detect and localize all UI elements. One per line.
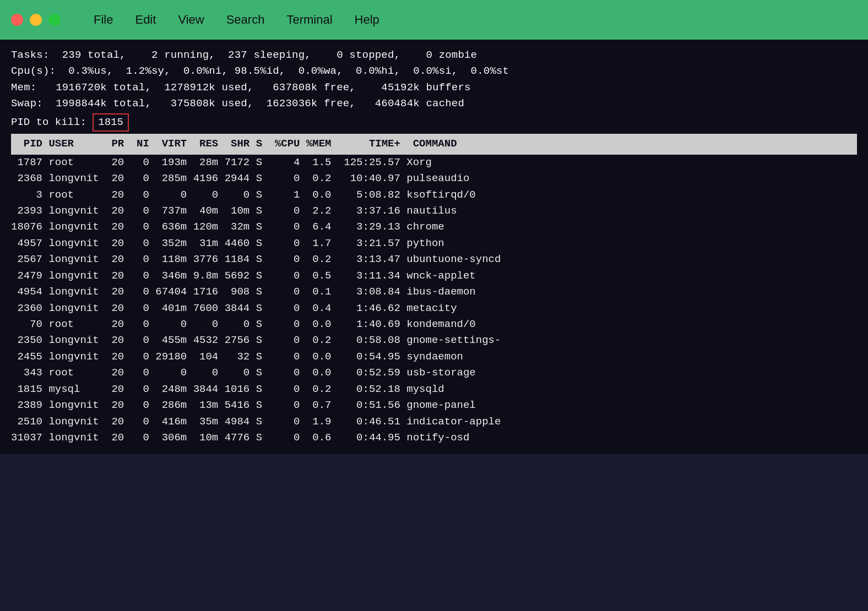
pid-kill-line: PID to kill: 1815 (11, 113, 857, 132)
table-row[interactable]: 2479 longvnit 20 0 346m 9.8m 5692 S 0 0.… (11, 268, 857, 284)
stats-section: Tasks: 239 total, 2 running, 237 sleepin… (11, 47, 857, 132)
menu-item-help[interactable]: Help (355, 13, 379, 27)
menu-item-search[interactable]: Search (226, 13, 265, 27)
minimize-button[interactable] (30, 14, 42, 26)
table-row[interactable]: 2455 longvnit 20 0 29180 104 32 S 0 0.0 … (11, 349, 857, 365)
menu-item-file[interactable]: File (94, 13, 113, 27)
table-row[interactable]: 2389 longvnit 20 0 286m 13m 5416 S 0 0.7… (11, 397, 857, 413)
table-row[interactable]: 1815 mysql 20 0 248m 3844 1016 S 0 0.2 0… (11, 381, 857, 397)
table-row[interactable]: 2393 longvnit 20 0 737m 40m 10m S 0 2.2 … (11, 203, 857, 219)
table-row[interactable]: 2360 longvnit 20 0 401m 7600 3844 S 0 0.… (11, 301, 857, 317)
titlebar: FileEditViewSearchTerminalHelp (0, 0, 868, 40)
tasks-line: Tasks: 239 total, 2 running, 237 sleepin… (11, 47, 857, 63)
close-button[interactable] (11, 14, 23, 26)
table-rows: 1787 root 20 0 193m 28m 7172 S 4 1.5 125… (11, 155, 857, 446)
terminal-body: Tasks: 239 total, 2 running, 237 sleepin… (0, 40, 868, 454)
menu-item-view[interactable]: View (178, 13, 204, 27)
menu-item-terminal[interactable]: Terminal (286, 13, 332, 27)
maximize-button[interactable] (48, 14, 61, 26)
table-row[interactable]: 4957 longvnit 20 0 352m 31m 4460 S 0 1.7… (11, 236, 857, 252)
table-row[interactable]: 2368 longvnit 20 0 285m 4196 2944 S 0 0.… (11, 171, 857, 187)
table-row[interactable]: 18076 longvnit 20 0 636m 120m 32m S 0 6.… (11, 219, 857, 235)
table-row[interactable]: 31037 longvnit 20 0 306m 10m 4776 S 0 0.… (11, 430, 857, 446)
cpu-line: Cpu(s): 0.3%us, 1.2%sy, 0.0%ni, 98.5%id,… (11, 63, 857, 79)
table-row[interactable]: 2567 longvnit 20 0 118m 3776 1184 S 0 0.… (11, 252, 857, 268)
table-row[interactable]: 2350 longvnit 20 0 455m 4532 2756 S 0 0.… (11, 332, 857, 348)
table-row[interactable]: 2510 longvnit 20 0 416m 35m 4984 S 0 1.9… (11, 414, 857, 430)
table-row[interactable]: 1787 root 20 0 193m 28m 7172 S 4 1.5 125… (11, 155, 857, 171)
menu-bar: FileEditViewSearchTerminalHelp (94, 13, 379, 27)
table-row[interactable]: 70 root 20 0 0 0 0 S 0 0.0 1:40.69 konde… (11, 317, 857, 332)
menu-item-edit[interactable]: Edit (135, 13, 156, 27)
pid-kill-label: PID to kill: (11, 114, 93, 130)
traffic-lights (11, 14, 61, 26)
table-row[interactable]: 4954 longvnit 20 0 67404 1716 908 S 0 0.… (11, 284, 857, 300)
mem-line: Mem: 1916720k total, 1278912k used, 6378… (11, 80, 857, 96)
pid-kill-value[interactable]: 1815 (93, 113, 129, 132)
table-row[interactable]: 3 root 20 0 0 0 0 S 1 0.0 5:08.82 ksofti… (11, 187, 857, 203)
swap-line: Swap: 1998844k total, 375808k used, 1623… (11, 96, 857, 112)
table-row[interactable]: 343 root 20 0 0 0 0 S 0 0.0 0:52.59 usb-… (11, 365, 857, 381)
table-header: PID USER PR NI VIRT RES SHR S %CPU %MEM … (11, 134, 857, 154)
